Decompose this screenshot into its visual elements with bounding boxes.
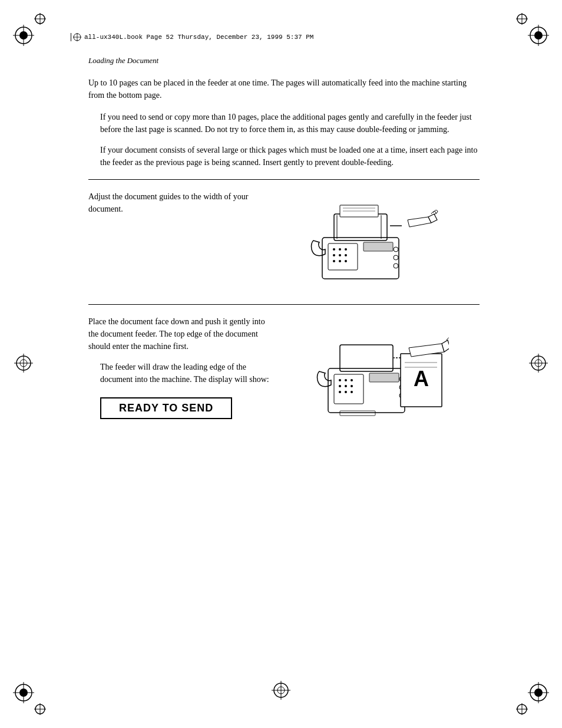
bottom-center-mark: [269, 678, 293, 704]
svg-point-51: [333, 260, 335, 262]
svg-text:A: A: [414, 367, 429, 391]
svg-point-71: [345, 391, 347, 393]
header-file-info: all-ux340L.book Page 52 Thursday, Decemb…: [84, 34, 313, 41]
svg-point-46: [339, 248, 341, 251]
corner-mark-bl: [12, 681, 47, 716]
svg-rect-44: [328, 243, 358, 270]
svg-rect-73: [369, 373, 399, 382]
svg-point-64: [339, 379, 341, 381]
svg-rect-54: [363, 242, 393, 251]
ready-to-send-display: READY TO SEND: [100, 397, 232, 419]
mid-mark-right: [527, 351, 550, 377]
illus-section-1: Adjust the document guides to the width …: [88, 190, 480, 294]
place-text-1: Place the document face down and push it…: [88, 315, 271, 353]
svg-point-70: [339, 391, 341, 393]
svg-rect-82: [340, 411, 375, 416]
adjust-text: Adjust the document guides to the width …: [88, 190, 253, 215]
page: all-ux340L.book Page 52 Thursday, Decemb…: [0, 0, 562, 728]
svg-point-68: [345, 385, 347, 387]
corner-mark-tl: [12, 12, 47, 47]
svg-point-47: [345, 248, 347, 251]
illus-image-1: [265, 190, 480, 294]
svg-rect-62: [340, 345, 393, 371]
svg-point-50: [345, 254, 347, 256]
svg-point-57: [394, 263, 398, 268]
illus-text-1: Adjust the document guides to the width …: [88, 190, 253, 215]
illus-section-2: Place the document face down and push it…: [88, 315, 480, 433]
svg-point-72: [351, 391, 353, 393]
svg-point-66: [351, 379, 353, 381]
corner-mark-tr: [515, 12, 550, 47]
svg-rect-63: [334, 374, 363, 404]
svg-point-65: [345, 379, 347, 381]
illus-text-2-wrapper: Place the document face down and push it…: [88, 315, 271, 419]
corner-mark-br: [515, 681, 550, 716]
svg-rect-40: [334, 214, 387, 241]
header-bar: all-ux340L.book Page 52 Thursday, Decemb…: [71, 32, 491, 42]
divider-1: [88, 179, 480, 180]
paragraph-indented-2: If your document consists of several lar…: [100, 144, 480, 169]
svg-point-56: [394, 255, 398, 260]
svg-point-49: [339, 254, 341, 256]
fax-machine-svg-2: A: [313, 315, 449, 433]
svg-point-52: [339, 260, 341, 262]
main-content: Up to 10 pages can be placed in the feed…: [88, 77, 480, 439]
svg-point-53: [345, 260, 347, 262]
ready-to-send-label: READY TO SEND: [119, 402, 213, 414]
header-crosshair-icon: [72, 32, 82, 42]
svg-point-55: [394, 247, 398, 252]
divider-2: [88, 304, 480, 305]
section-heading: Loading the Document: [88, 56, 158, 65]
svg-point-45: [333, 248, 335, 251]
fax-machine-svg-1: [305, 190, 440, 294]
illus-image-2: A: [283, 315, 480, 433]
svg-point-67: [339, 385, 341, 387]
svg-point-69: [351, 385, 353, 387]
mid-mark-left: [12, 351, 35, 377]
place-text-2: The feeder will draw the leading edge of…: [100, 361, 271, 386]
paragraph-main-1: Up to 10 pages can be placed in the feed…: [88, 77, 480, 101]
svg-point-48: [333, 254, 335, 256]
paragraph-indented-1: If you need to send or copy more than 10…: [100, 111, 480, 136]
